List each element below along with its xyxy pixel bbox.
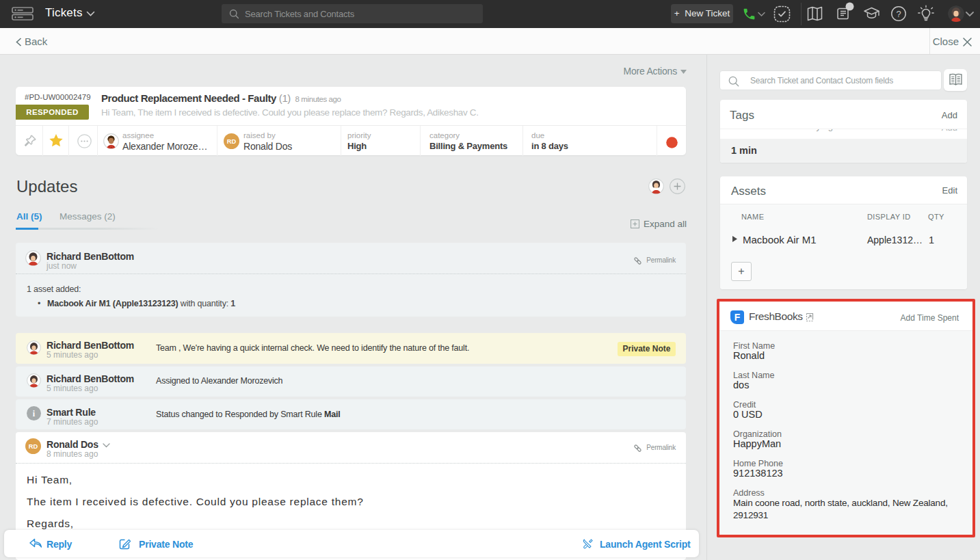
svg-text:?: ? xyxy=(896,9,901,19)
svg-text:RD: RD xyxy=(227,138,237,145)
svg-text:RD: RD xyxy=(29,443,38,450)
